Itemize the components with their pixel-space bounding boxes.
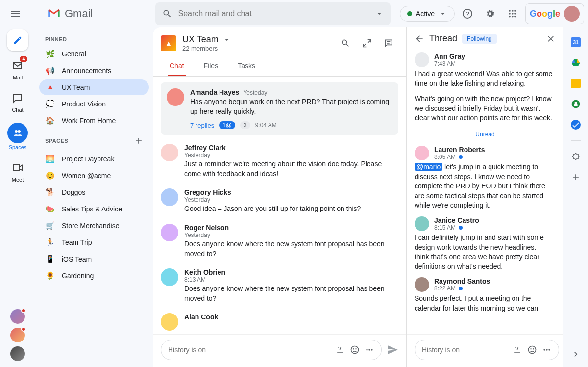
close-icon (546, 34, 556, 44)
thread-message[interactable]: Lauren Roberts8:05 AM @mario let's jump … (415, 143, 556, 213)
message-item[interactable]: Amanda HayesYesteday Has anyone begun wo… (161, 82, 398, 135)
collapse-button[interactable] (357, 33, 377, 53)
more-icon[interactable] (542, 345, 552, 355)
thread-list-button[interactable] (379, 33, 398, 53)
more-icon[interactable] (365, 345, 374, 355)
thread-message[interactable]: Janice Castro8:15 AM I can definitely ju… (415, 213, 556, 274)
collapse-right-rail[interactable] (571, 349, 581, 359)
message-item[interactable]: Roger NelsonYesterdayDoes anyone know wh… (161, 219, 398, 263)
tab-tasks[interactable]: Tasks (236, 58, 257, 76)
compose-button[interactable] (7, 29, 28, 51)
sidebar-item-women[interactable]: 😊Women @acme (39, 168, 149, 184)
meet-icon (12, 162, 24, 174)
thread-message[interactable]: Ann Gray7:43 AM I had a great weekend! W… (415, 50, 556, 126)
avatar (167, 88, 184, 106)
message-composer[interactable] (161, 340, 382, 360)
help-button[interactable]: ? (458, 4, 477, 24)
rail-chat[interactable]: Chat (10, 87, 25, 116)
rail-mail[interactable]: 4 Mail (10, 55, 25, 83)
rail-meet[interactable]: Meet (10, 157, 25, 185)
apps-button[interactable] (503, 4, 522, 24)
add-space-button[interactable] (132, 134, 145, 147)
sidebar-item-announcements[interactable]: 📢Announcements (39, 63, 149, 79)
svg-point-12 (18, 130, 21, 133)
format-icon[interactable] (335, 345, 345, 355)
main-content: ▲ UX Team 22 members Chat Files Tasks (153, 27, 564, 367)
add-addon-icon[interactable] (571, 172, 581, 182)
pencil-icon (13, 35, 23, 45)
keep-icon[interactable] (571, 79, 581, 88)
rail-spaces[interactable]: Spaces (7, 120, 28, 153)
status-dot-icon (407, 11, 412, 16)
avatar (415, 216, 429, 231)
sidebar-item-ux-team[interactable]: 🔺UX Team (39, 79, 149, 95)
svg-point-18 (371, 349, 372, 350)
svg-point-11 (15, 130, 18, 133)
composer-row (153, 334, 406, 367)
thread-message[interactable]: Raymond Santos8:22 AM Sounds perfect. I … (415, 274, 556, 316)
thread-composer-input[interactable] (422, 346, 508, 354)
message-item[interactable]: Keith Obrien8:13 AMDoes anyone know wher… (161, 263, 398, 308)
drive-icon[interactable] (571, 58, 581, 68)
addons-icon[interactable] (571, 152, 581, 161)
message-item[interactable]: Alan Cook (161, 308, 398, 334)
close-thread-button[interactable] (546, 34, 556, 44)
svg-point-17 (368, 349, 370, 350)
message-item[interactable]: Gregory HicksYesterdayGood idea – Jason … (161, 184, 398, 219)
sidebar-item-ios[interactable]: 📱iOS Team (39, 251, 149, 267)
plus-icon (134, 136, 144, 146)
hamburger-icon (10, 8, 22, 20)
space-search-button[interactable] (336, 33, 355, 53)
tab-chat[interactable]: Chat (168, 58, 186, 76)
search-icon (162, 9, 172, 19)
rail-contact-2[interactable] (10, 328, 25, 342)
sidebar-item-sales[interactable]: 🍉Sales Tips & Advice (39, 201, 149, 217)
search-bar[interactable] (155, 2, 391, 25)
sidebar-item-daybreak[interactable]: 🌅Project Daybreak (39, 151, 149, 167)
sidebar-item-gardening[interactable]: 🌻Gardening (39, 268, 149, 284)
sidebar-item-trip[interactable]: 🏃Team Trip (39, 235, 149, 250)
following-badge[interactable]: Following (462, 34, 497, 44)
reply-count[interactable]: 7 replies (190, 122, 214, 129)
calendar-icon[interactable]: 31 (571, 37, 581, 47)
rail-contact-3[interactable] (10, 346, 25, 361)
mention-chip[interactable]: @mario (415, 163, 442, 171)
settings-button[interactable] (480, 4, 500, 24)
unread-dot-icon (459, 287, 463, 290)
space-members[interactable]: 22 members (182, 45, 231, 52)
status-selector[interactable]: Active (400, 6, 455, 22)
sidebar-item-store[interactable]: 🛒Store Merchandise (39, 218, 149, 234)
sidebar-item-doggos[interactable]: 🐕Doggos (39, 184, 149, 200)
svg-point-20 (530, 348, 532, 350)
rail-contact-1[interactable] (10, 309, 25, 324)
chat-panel: ▲ UX Team 22 members Chat Files Tasks (153, 27, 407, 367)
chevron-down-icon (439, 9, 447, 18)
emoji-icon[interactable] (527, 345, 537, 355)
search-input[interactable] (178, 9, 369, 18)
thread-composer[interactable] (415, 340, 559, 360)
svg-point-23 (546, 349, 547, 350)
google-account-box[interactable]: Google (525, 3, 584, 24)
main-menu-button[interactable] (4, 2, 27, 26)
message-item[interactable]: Jeffrey ClarkYesterdayJust a reminder we… (161, 139, 398, 184)
composer-input[interactable] (168, 346, 330, 354)
send-button[interactable] (387, 344, 398, 356)
user-avatar[interactable] (564, 6, 580, 22)
svg-point-7 (514, 13, 516, 14)
tab-files[interactable]: Files (202, 58, 220, 76)
tasks-icon[interactable] (571, 120, 581, 130)
emoji-icon[interactable] (350, 345, 360, 355)
unread-dot-icon (459, 155, 463, 159)
space-name[interactable]: UX Team (182, 34, 231, 45)
gmail-logo[interactable]: Gmail (47, 7, 93, 21)
space-avatar-icon: ▲ (161, 35, 176, 51)
contacts-icon[interactable] (571, 99, 581, 109)
dropdown-icon[interactable] (375, 9, 384, 18)
back-icon[interactable] (415, 34, 424, 44)
format-icon[interactable] (513, 345, 522, 355)
svg-point-4 (514, 10, 516, 12)
avatar (415, 146, 429, 160)
sidebar-item-general[interactable]: 🌿General (39, 46, 149, 62)
sidebar-item-wfh[interactable]: 🏠Work From Home (39, 113, 149, 129)
sidebar-item-product-vision[interactable]: 💭Product Vision (39, 96, 149, 112)
